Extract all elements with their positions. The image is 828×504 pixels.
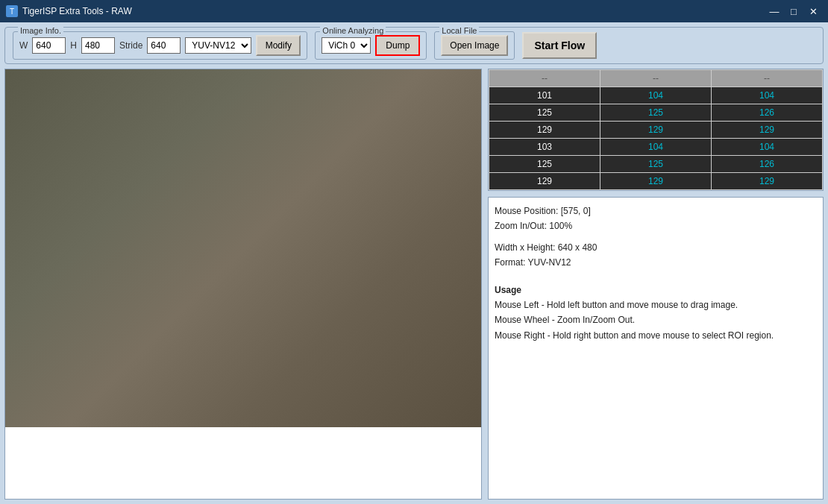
pixel-grid: ------1011041041251251261291291291031041… xyxy=(488,69,824,191)
pixel-cell-5-0: 129 xyxy=(489,173,600,190)
title-bar-text: TigerISP Extra Tools - RAW xyxy=(22,6,132,16)
format-select[interactable]: YUV-NV12 YUV-I420 RGB24 xyxy=(185,37,251,54)
h-label: H xyxy=(70,40,77,51)
main-content: Image Info. W H Stride YUV-NV12 YUV-I420… xyxy=(0,22,828,504)
pixel-cell-2-1: 129 xyxy=(600,122,712,139)
stride-label: Stride xyxy=(119,40,142,51)
usage-lines: Mouse Left - Hold left button and move m… xyxy=(495,297,817,343)
modify-button[interactable]: Modify xyxy=(256,35,301,56)
image-canvas xyxy=(5,69,482,427)
app-icon: T xyxy=(6,5,18,17)
zoom-level: Zoom In/Out: 100% xyxy=(495,218,817,233)
pixel-cell-2-2: 129 xyxy=(712,122,823,139)
pixel-cell-4-1: 125 xyxy=(600,156,712,173)
image-info-label: Image Info. xyxy=(18,26,63,35)
pixel-header-1: -- xyxy=(600,70,712,87)
usage-line-1: Mouse Wheel - Zoom In/Zoom Out. xyxy=(495,312,817,327)
local-file-label: Local File xyxy=(439,26,479,35)
stride-input[interactable] xyxy=(147,37,181,54)
pixel-table: ------1011041041251251261291291291031041… xyxy=(489,69,823,190)
info-panel: Mouse Position: [575, 0] Zoom In/Out: 10… xyxy=(488,197,824,500)
close-button[interactable]: ✕ xyxy=(804,4,822,19)
open-image-button[interactable]: Open Image xyxy=(441,35,508,56)
minimize-button[interactable]: — xyxy=(765,4,783,19)
content-area: ------1011041041251251261291291291031041… xyxy=(4,69,824,500)
title-bar-controls: — □ ✕ xyxy=(765,4,822,19)
format-info: Format: YUV-NV12 xyxy=(495,255,817,270)
dump-button[interactable]: Dump xyxy=(375,35,420,56)
maximize-button[interactable]: □ xyxy=(785,4,803,19)
local-file-group: Local File Open Image xyxy=(434,31,515,60)
usage-title: Usage xyxy=(495,283,817,297)
pixel-cell-2-0: 129 xyxy=(489,122,600,139)
online-analyzing-group: Online Analyzing ViCh 0 ViCh 1 ViCh 2 Du… xyxy=(315,31,427,60)
pixel-cell-1-2: 126 xyxy=(712,104,823,122)
pixel-header-0: -- xyxy=(489,70,600,87)
right-panel: ------1011041041251251261291291291031041… xyxy=(488,69,824,500)
dimensions: Width x Height: 640 x 480 xyxy=(495,240,817,255)
pixel-cell-5-1: 129 xyxy=(600,173,712,190)
title-bar-left: T TigerISP Extra Tools - RAW xyxy=(6,5,132,17)
height-input[interactable] xyxy=(81,37,115,54)
pixel-cell-3-0: 103 xyxy=(489,139,600,156)
online-analyzing-label: Online Analyzing xyxy=(320,26,386,35)
mouse-position: Mouse Position: [575, 0] xyxy=(495,204,817,218)
pixel-cell-4-0: 125 xyxy=(489,156,600,173)
start-flow-button[interactable]: Start Flow xyxy=(522,32,597,59)
usage-line-2: Mouse Right - Hold right button and move… xyxy=(495,328,817,343)
pixel-cell-0-1: 104 xyxy=(600,87,712,104)
image-info-group: Image Info. W H Stride YUV-NV12 YUV-I420… xyxy=(13,31,307,60)
width-input[interactable] xyxy=(32,37,66,54)
pixel-cell-1-0: 125 xyxy=(489,104,600,122)
pixel-cell-4-2: 126 xyxy=(712,156,823,173)
pixel-cell-0-0: 101 xyxy=(489,87,600,104)
image-panel[interactable] xyxy=(4,69,482,500)
toolbar: Image Info. W H Stride YUV-NV12 YUV-I420… xyxy=(4,27,824,64)
channel-select[interactable]: ViCh 0 ViCh 1 ViCh 2 xyxy=(322,37,371,54)
pixel-cell-3-1: 104 xyxy=(600,139,712,156)
pixel-header-2: -- xyxy=(712,70,823,87)
title-bar: T TigerISP Extra Tools - RAW — □ ✕ xyxy=(0,0,828,22)
w-label: W xyxy=(19,40,28,51)
pixel-cell-5-2: 129 xyxy=(712,173,823,190)
pixel-cell-1-1: 125 xyxy=(600,104,712,122)
usage-line-0: Mouse Left - Hold left button and move m… xyxy=(495,297,817,312)
pixel-cell-3-2: 104 xyxy=(712,139,823,156)
pixel-cell-0-2: 104 xyxy=(712,87,823,104)
